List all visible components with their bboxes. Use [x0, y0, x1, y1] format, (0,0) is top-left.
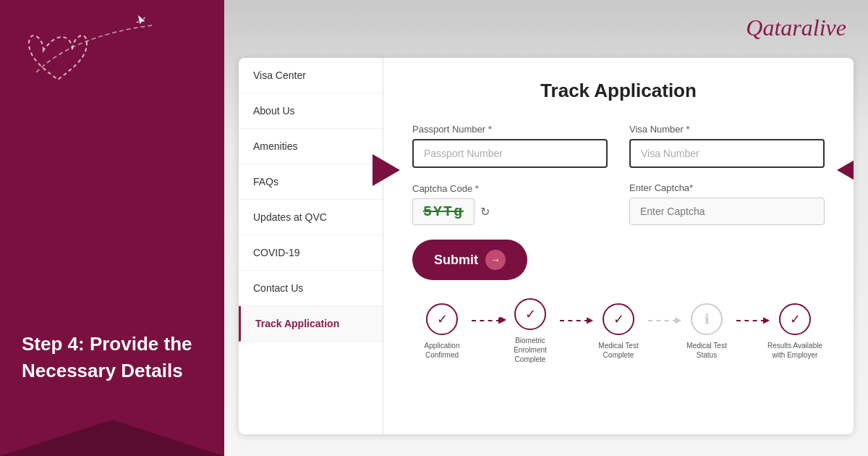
step-circle-4: ℹ	[691, 303, 723, 335]
main-content: Qataralive Visa Center About Us Amenitie…	[224, 0, 868, 456]
right-arrow	[837, 154, 854, 186]
submit-button[interactable]: Submit →	[412, 240, 527, 280]
passport-label: Passport Number *	[412, 124, 608, 135]
enter-captcha-label: Enter Captcha*	[629, 182, 825, 193]
form-area: Track Application Passport Number *	[383, 58, 854, 434]
nav-item-about-us[interactable]: About Us	[239, 93, 383, 129]
step-label-1: Application Confirmed	[413, 341, 471, 360]
brand-name: Qataralive	[746, 14, 846, 41]
step-item-2: ✓ Biometric Enrolment Complete	[501, 298, 560, 364]
left-panel: Step 4: Provide the Necessary Details	[0, 0, 224, 456]
step-circle-2: ✓	[514, 298, 546, 330]
visa-label: Visa Number *	[629, 124, 825, 135]
step-label-3: Medical Test Complete	[590, 341, 647, 360]
nav-item-updates[interactable]: Updates at QVC	[239, 200, 383, 235]
nav-item-contact[interactable]: Contact Us	[239, 271, 383, 306]
step-label-5: Results Available with Employer	[766, 341, 824, 360]
nav-item-amenities[interactable]: Amenities	[239, 129, 383, 164]
submit-arrow-icon: →	[485, 250, 506, 270]
step-circle-5: ✓	[779, 303, 811, 335]
nav-item-visa-center[interactable]: Visa Center	[239, 58, 383, 93]
progress-steps: ✓ Application Confirmed ▶ ✓ Biometric En…	[412, 298, 825, 364]
passport-input[interactable]	[412, 139, 608, 168]
connector-4: ▶	[736, 320, 765, 321]
left-arrow	[373, 154, 400, 186]
refresh-icon[interactable]: ↻	[480, 205, 490, 219]
passport-visa-row: Passport Number * Visa Number *	[412, 124, 825, 168]
nav-item-covid[interactable]: COVID-19	[239, 235, 383, 271]
passport-group: Passport Number *	[412, 124, 608, 168]
content-card: Visa Center About Us Amenities FAQs Upda…	[239, 58, 854, 434]
enter-captcha-group: Enter Captcha*	[629, 182, 825, 225]
svg-marker-1	[136, 21, 139, 24]
connector-2: ▶	[560, 320, 589, 321]
captcha-value: 5YTg	[412, 198, 475, 225]
visa-input[interactable]	[629, 139, 825, 168]
step-circle-1: ✓	[426, 303, 458, 335]
step-item-3: ✓ Medical Test Complete	[589, 303, 648, 360]
submit-label: Submit	[434, 253, 478, 268]
step-item-4: ℹ Medical Test Status	[677, 303, 736, 360]
svg-marker-0	[136, 14, 145, 24]
step-item-5: ✓ Results Available with Employer	[765, 303, 825, 360]
nav-sidebar: Visa Center About Us Amenities FAQs Upda…	[239, 58, 383, 434]
connector-1: ▶	[472, 320, 501, 321]
enter-captcha-input[interactable]	[629, 198, 825, 225]
nav-item-track-application[interactable]: Track Application	[239, 306, 383, 342]
svg-marker-3	[0, 420, 224, 456]
visa-group: Visa Number *	[629, 124, 825, 168]
step-item-1: ✓ Application Confirmed	[412, 303, 472, 360]
captcha-image: 5YTg ↻	[412, 198, 490, 225]
decoration	[14, 14, 159, 101]
form-title: Track Application	[412, 80, 825, 102]
step-label: Step 4: Provide the Necessary Details	[0, 331, 224, 427]
bottom-triangle	[0, 420, 224, 456]
captcha-group: Captcha Code * 5YTg ↻	[412, 183, 608, 225]
svg-marker-2	[143, 17, 146, 20]
connector-3: ▶	[648, 320, 677, 321]
step-label-4: Medical Test Status	[678, 341, 736, 360]
captcha-row: Captcha Code * 5YTg ↻ Enter Captcha*	[412, 182, 825, 225]
captcha-label: Captcha Code *	[412, 183, 608, 194]
step-label-2: Biometric Enrolment Complete	[501, 336, 559, 364]
step-circle-3: ✓	[603, 303, 634, 335]
nav-item-faqs[interactable]: FAQs	[239, 164, 383, 200]
